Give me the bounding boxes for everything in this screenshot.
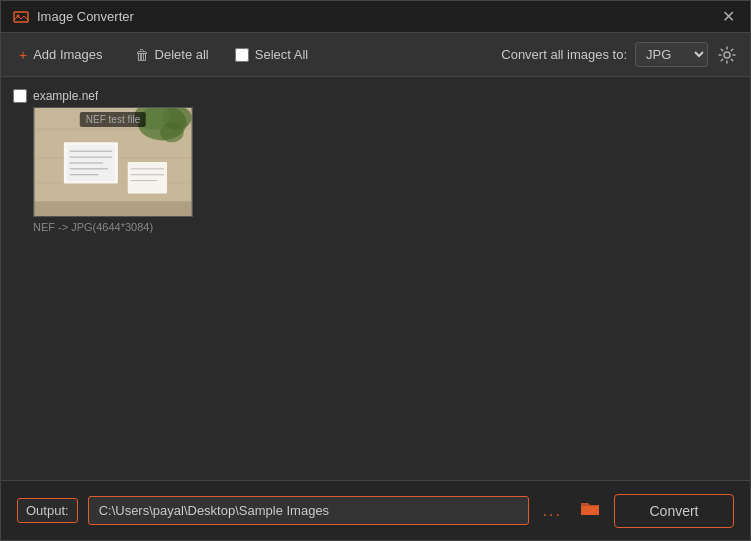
- select-all-group[interactable]: Select All: [235, 47, 308, 62]
- format-select[interactable]: JPG PNG BMP TIFF WEBP: [635, 42, 708, 67]
- image-thumbnail: NEF test file: [33, 107, 193, 217]
- image-checkbox[interactable]: [13, 89, 27, 103]
- svg-rect-18: [128, 162, 167, 193]
- title-bar-left: Image Converter: [13, 9, 134, 25]
- app-icon: [13, 9, 29, 25]
- convert-all-group: Convert all images to: JPG PNG BMP TIFF …: [501, 42, 738, 67]
- bottom-bar: Output: ... Convert: [1, 480, 750, 540]
- convert-all-label: Convert all images to:: [501, 47, 627, 62]
- image-item-header: example.nef: [13, 89, 98, 103]
- title-bar: Image Converter ✕: [1, 1, 750, 33]
- image-item: example.nef: [13, 89, 193, 233]
- trash-icon: 🗑: [135, 47, 149, 63]
- main-content: example.nef: [1, 77, 750, 480]
- svg-rect-0: [14, 12, 28, 22]
- toolbar: + Add Images 🗑 Delete all Select All Con…: [1, 33, 750, 77]
- delete-all-button[interactable]: 🗑 Delete all: [129, 43, 215, 67]
- nef-label: NEF test file: [80, 112, 146, 127]
- convert-button[interactable]: Convert: [614, 494, 734, 528]
- window-title: Image Converter: [37, 9, 134, 24]
- browse-dots-button[interactable]: ...: [539, 498, 566, 524]
- select-all-label: Select All: [255, 47, 308, 62]
- svg-point-10: [160, 123, 184, 143]
- svg-point-2: [724, 52, 730, 58]
- delete-all-label: Delete all: [155, 47, 209, 62]
- image-info: NEF -> JPG(4644*3084): [33, 221, 153, 233]
- svg-rect-22: [34, 201, 191, 216]
- output-label: Output:: [17, 498, 78, 523]
- open-folder-button[interactable]: [576, 495, 604, 526]
- select-all-checkbox[interactable]: [235, 48, 249, 62]
- add-images-button[interactable]: + Add Images: [13, 43, 109, 67]
- close-button[interactable]: ✕: [718, 7, 738, 27]
- settings-button[interactable]: [716, 44, 738, 66]
- add-images-label: Add Images: [33, 47, 102, 62]
- image-filename: example.nef: [33, 89, 98, 103]
- output-path-input[interactable]: [88, 496, 529, 525]
- plus-icon: +: [19, 47, 27, 63]
- app-window: Image Converter ✕ + Add Images 🗑 Delete …: [0, 0, 751, 541]
